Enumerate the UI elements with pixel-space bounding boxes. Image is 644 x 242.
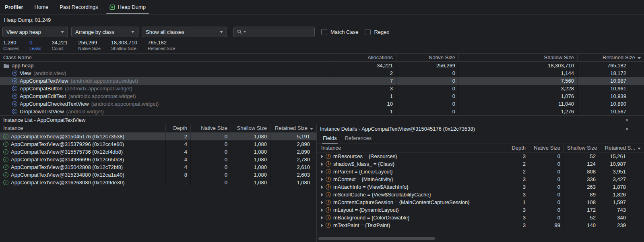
field-name: shadow$_klass_ = {Class}: [333, 161, 394, 167]
list-item[interactable]: AppCompatTextView@314986696 (0x12c650c8)…: [0, 156, 316, 163]
table-row-view[interactable]: View (android.view) 2 0 1,144 18,172: [0, 69, 644, 77]
retained-size-value: 10,890: [577, 100, 644, 108]
depth-value: 4: [165, 140, 190, 148]
close-icon[interactable]: [625, 126, 629, 132]
class-icon: [12, 78, 17, 83]
col-depth[interactable]: Depth: [504, 144, 529, 152]
field-row[interactable]: mBackground = {ColorDrawable} 3 0 52 340: [317, 214, 644, 221]
col-shallow-size[interactable]: Shallow Size: [458, 54, 577, 61]
stat-shallow-size-value: 18,303,710: [111, 39, 137, 46]
depth-value: 2: [165, 133, 190, 140]
col-class-name[interactable]: Class Name: [0, 54, 332, 61]
horizontal-scrollbar[interactable]: [318, 237, 435, 240]
col-retained-size[interactable]: Retained Size: [270, 124, 316, 132]
match-case-label: Match Case: [330, 29, 358, 35]
list-item[interactable]: AppCompatTextView@316268080 (0x12d9de30)…: [0, 179, 316, 186]
list-item[interactable]: AppCompatTextView@315234880 (0x12ca1a40)…: [0, 171, 316, 179]
table-row-app-heap[interactable]: app heap 34,221 256,269 18,303,710 765,1…: [0, 62, 644, 69]
chevron-right-icon[interactable]: [321, 201, 323, 204]
regex-checkbox[interactable]: Regex: [365, 29, 389, 35]
field-name: mTextPaint = {TextPaint}: [333, 222, 390, 228]
class-package: (androidx.appcompat.widget): [91, 101, 159, 107]
retained-size-value: 1,080: [270, 179, 316, 186]
stat-leaks[interactable]: 0 Leaks: [29, 39, 41, 51]
instance-icon: [3, 149, 8, 154]
col-shallow-size[interactable]: Shallow Size: [564, 144, 599, 152]
field-row[interactable]: mResources = {Resources} 3 0 52 15,261: [317, 152, 644, 160]
col-instance[interactable]: Instance: [0, 124, 165, 132]
field-row[interactable]: mParent = {LinearLayout} 2 0 808 3,951: [317, 168, 644, 175]
table-row-appcompatbutton[interactable]: AppCompatButton (androidx.appcompat.widg…: [0, 85, 644, 92]
chevron-right-icon[interactable]: [321, 193, 323, 196]
search-input[interactable]: [233, 27, 315, 37]
field-row[interactable]: mTextPaint = {TextPaint} 3 99 140 239: [317, 221, 644, 229]
col-allocations[interactable]: Allocations: [332, 54, 396, 61]
col-instance[interactable]: Instance: [317, 144, 504, 152]
allocations-value: 34,221: [332, 62, 396, 69]
native-size-value: 0: [529, 175, 564, 183]
field-row[interactable]: mContext = {MainActivity} 3 0 336 3,427: [317, 175, 644, 183]
table-row-appcompatedittext[interactable]: AppCompatEditText (androidx.appcompat.wi…: [0, 92, 644, 100]
col-native-size[interactable]: Native Size: [396, 54, 458, 61]
depth-value: 4: [165, 156, 190, 163]
chevron-right-icon[interactable]: [321, 186, 323, 189]
search-icon: [237, 29, 242, 34]
tab-past-recordings[interactable]: Past Recordings: [54, 0, 103, 14]
retained-size-value: 5,191: [270, 133, 316, 140]
chevron-right-icon[interactable]: [321, 209, 323, 212]
chevron-right-icon[interactable]: [321, 178, 323, 181]
chevron-right-icon[interactable]: [321, 216, 323, 219]
field-icon: [326, 200, 331, 205]
arrange-dropdown[interactable]: Arrange by class: [71, 27, 138, 37]
table-row-dropdownlistview[interactable]: DropDownListView (android.widget) 1 0 1,…: [0, 108, 644, 115]
field-row[interactable]: mLayout = {DynamicLayout} 3 0 172 743: [317, 206, 644, 214]
class-filter-dropdown[interactable]: Show all classes: [142, 27, 227, 37]
shallow-size-value: 808: [564, 168, 599, 175]
shallow-size-value: 89: [564, 191, 599, 198]
stat-retained-size-value: 765,182: [148, 39, 175, 46]
table-row-appcompatcheckedtextview[interactable]: AppCompatCheckedTextView (androidx.appco…: [0, 100, 644, 108]
chevron-down-icon: [131, 31, 134, 33]
list-item[interactable]: AppCompatTextView@315042808 (0x12c72bf8)…: [0, 163, 316, 171]
heap-toolbar: View app heap Arrange by class Show all …: [0, 25, 644, 39]
native-size-value: 256,269: [396, 62, 458, 69]
close-icon[interactable]: [625, 117, 629, 123]
native-size-value: 0: [190, 133, 231, 140]
table-row-appcompattextview[interactable]: AppCompatTextView (androidx.appcompat.wi…: [0, 77, 644, 85]
col-retained-size[interactable]: Retained S...: [599, 144, 644, 152]
tab-fields[interactable]: Fields: [323, 135, 337, 144]
fields-table-header: Instance Depth Native Size Shallow Size …: [317, 144, 644, 152]
field-row[interactable]: mScrollCache = {View$ScrollabilityCache}…: [317, 191, 644, 198]
col-native-size[interactable]: Native Size: [529, 144, 564, 152]
col-shallow-size[interactable]: Shallow Size: [231, 124, 270, 132]
col-native-size[interactable]: Native Size: [190, 124, 231, 132]
chevron-right-icon[interactable]: [321, 163, 323, 166]
tab-references[interactable]: References: [345, 135, 372, 144]
list-item[interactable]: AppCompatTextView@315045176 (0x12c73538)…: [0, 133, 316, 140]
list-item[interactable]: AppCompatTextView@315575736 (0x12cf4db8)…: [0, 148, 316, 156]
chevron-right-icon[interactable]: [321, 170, 323, 173]
retained-size-value: 3,951: [599, 168, 644, 175]
field-row[interactable]: mContentCaptureSession = {MainContentCap…: [317, 198, 644, 206]
field-row[interactable]: mAttachInfo = {View$AttachInfo} 3 0 263 …: [317, 183, 644, 191]
shallow-size-value: 1,080: [231, 179, 270, 186]
depth-value: 1: [504, 198, 529, 206]
field-name: mBackground = {ColorDrawable}: [333, 215, 410, 221]
view-heap-dropdown[interactable]: View app heap: [2, 27, 68, 37]
match-case-checkbox[interactable]: Match Case: [321, 29, 358, 35]
class-package: (androidx.appcompat.widget): [70, 78, 138, 84]
retained-size-value: 3,427: [599, 175, 644, 183]
class-table: app heap 34,221 256,269 18,303,710 765,1…: [0, 62, 644, 115]
chevron-right-icon[interactable]: [321, 224, 323, 227]
col-depth[interactable]: Depth: [165, 124, 190, 132]
col-retained-size[interactable]: Retained Size: [577, 54, 644, 61]
retained-size-value: 2,890: [270, 148, 316, 156]
stat-shallow-size-label: Shallow Size: [111, 46, 137, 51]
list-item[interactable]: AppCompatTextView@315379296 (0x12cc4e60)…: [0, 140, 316, 148]
bottom-split: Instance Depth Native Size Shallow Size …: [0, 124, 644, 242]
heap-stats-bar: 1,280 Classes 0 Leaks 34,221 Count 256,2…: [0, 39, 644, 53]
chevron-right-icon[interactable]: [321, 155, 323, 158]
tab-heap-dump[interactable]: Heap Dump: [104, 0, 151, 14]
field-row[interactable]: shadow$_klass_ = {Class} 2 0 124 10,987: [317, 160, 644, 168]
tab-home[interactable]: Home: [29, 0, 54, 14]
